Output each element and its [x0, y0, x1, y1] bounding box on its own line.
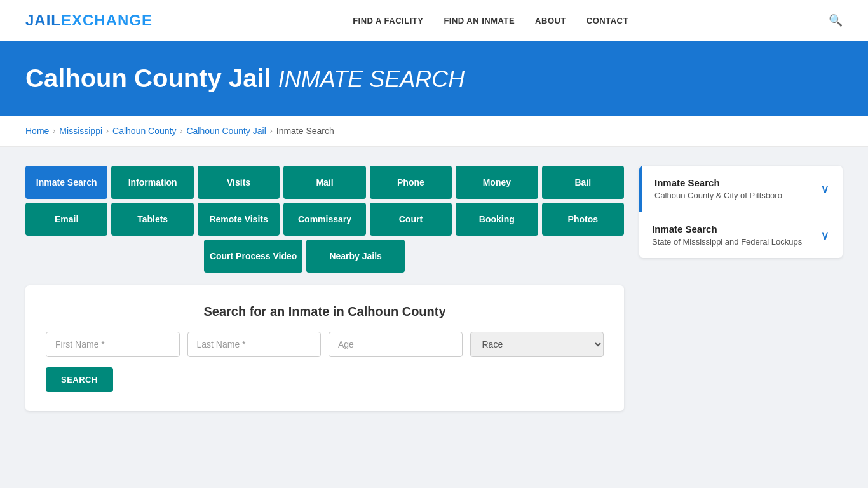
chevron-down-icon: ∨ — [820, 181, 830, 196]
breadcrumb-link-calhoun-county-jail[interactable]: Calhoun County Jail — [186, 126, 266, 136]
sidebar-item-1[interactable]: Inmate SearchState of Mississippi and Fe… — [639, 212, 843, 258]
brand-logo[interactable]: JAILEXCHANGE — [25, 11, 153, 29]
first-name-input[interactable] — [46, 332, 180, 357]
nav-links: FIND A FACILITYFIND AN INMATEABOUTCONTAC… — [353, 15, 628, 26]
nav-link-find-an-inmate[interactable]: FIND AN INMATE — [444, 16, 515, 25]
search-title: Search for an Inmate in Calhoun County — [46, 304, 604, 319]
tab-inmate-search[interactable]: Inmate Search — [25, 166, 107, 199]
tab-bail[interactable]: Bail — [542, 166, 624, 199]
tab-tablets[interactable]: Tablets — [111, 203, 193, 236]
sidebar-item-subtitle-1: State of Mississippi and Federal Lockups — [652, 237, 802, 247]
nav-link-find-a-facility[interactable]: FIND A FACILITY — [353, 16, 423, 25]
sidebar-item-left-0: Inmate SearchCalhoun County & City of Pi… — [654, 177, 782, 200]
right-panel: Inmate SearchCalhoun County & City of Pi… — [639, 166, 843, 261]
tab-booking[interactable]: Booking — [456, 203, 538, 236]
breadcrumb-sep: › — [270, 126, 273, 135]
brand-name-part1: JAIL — [25, 11, 61, 29]
tabs-row3: Court Process VideoNearby Jails — [204, 240, 624, 273]
breadcrumb-link-mississippi[interactable]: Mississippi — [59, 126, 102, 136]
tab-phone[interactable]: Phone — [370, 166, 452, 199]
sidebar-item-left-1: Inmate SearchState of Mississippi and Fe… — [652, 224, 802, 247]
brand-name-part2: EXCHANGE — [61, 11, 153, 29]
left-panel: Inmate SearchInformationVisitsMailPhoneM… — [25, 166, 624, 411]
title-main: Calhoun County Jail — [25, 64, 271, 92]
tabs-row2: EmailTabletsRemote VisitsCommissaryCourt… — [25, 203, 624, 236]
tab-email[interactable]: Email — [25, 203, 107, 236]
search-icon[interactable]: 🔍 — [829, 13, 843, 27]
hero-banner: Calhoun County Jail INMATE SEARCH — [0, 41, 868, 116]
race-select[interactable]: RaceWhiteBlackHispanicAsianOther — [470, 332, 604, 357]
breadcrumb-sep: › — [180, 126, 182, 135]
sidebar-item-0[interactable]: Inmate SearchCalhoun County & City of Pi… — [639, 166, 843, 212]
sidebar-item-title-1: Inmate Search — [652, 224, 802, 234]
breadcrumb-sep: › — [106, 126, 109, 135]
breadcrumb-current: Inmate Search — [276, 126, 334, 136]
age-input[interactable] — [329, 332, 463, 357]
sidebar-card: Inmate SearchCalhoun County & City of Pi… — [639, 166, 843, 258]
tab-court-process-video[interactable]: Court Process Video — [204, 240, 302, 273]
sidebar-item-title-0: Inmate Search — [654, 177, 782, 188]
tab-visits[interactable]: Visits — [198, 166, 280, 199]
breadcrumb: Home›Mississippi›Calhoun County›Calhoun … — [0, 116, 868, 147]
nav-link-contact[interactable]: CONTACT — [587, 16, 628, 25]
tab-commissary[interactable]: Commissary — [283, 203, 365, 236]
last-name-input[interactable] — [187, 332, 322, 357]
navbar: JAILEXCHANGE FIND A FACILITYFIND AN INMA… — [0, 0, 868, 41]
chevron-down-icon: ∨ — [820, 227, 830, 243]
search-card: Search for an Inmate in Calhoun County R… — [25, 285, 624, 411]
tab-information[interactable]: Information — [111, 166, 193, 199]
sidebar-item-subtitle-0: Calhoun County & City of Pittsboro — [654, 191, 782, 200]
nav-link-about[interactable]: ABOUT — [535, 16, 566, 25]
tab-nearby-jails[interactable]: Nearby Jails — [306, 240, 405, 273]
tabs-row1: Inmate SearchInformationVisitsMailPhoneM… — [25, 166, 624, 199]
breadcrumb-link-calhoun-county[interactable]: Calhoun County — [112, 126, 176, 136]
tab-mail[interactable]: Mail — [283, 166, 365, 199]
search-button[interactable]: SEARCH — [46, 367, 113, 392]
breadcrumb-sep: › — [53, 126, 55, 135]
tab-remote-visits[interactable]: Remote Visits — [198, 203, 280, 236]
title-italic: INMATE SEARCH — [278, 66, 465, 92]
tab-court[interactable]: Court — [370, 203, 452, 236]
tab-money[interactable]: Money — [456, 166, 538, 199]
breadcrumb-link-home[interactable]: Home — [25, 126, 49, 136]
main-content: Inmate SearchInformationVisitsMailPhoneM… — [0, 147, 868, 430]
tab-photos[interactable]: Photos — [542, 203, 624, 236]
search-inputs: RaceWhiteBlackHispanicAsianOther — [46, 332, 604, 357]
page-title: Calhoun County Jail INMATE SEARCH — [25, 64, 843, 93]
